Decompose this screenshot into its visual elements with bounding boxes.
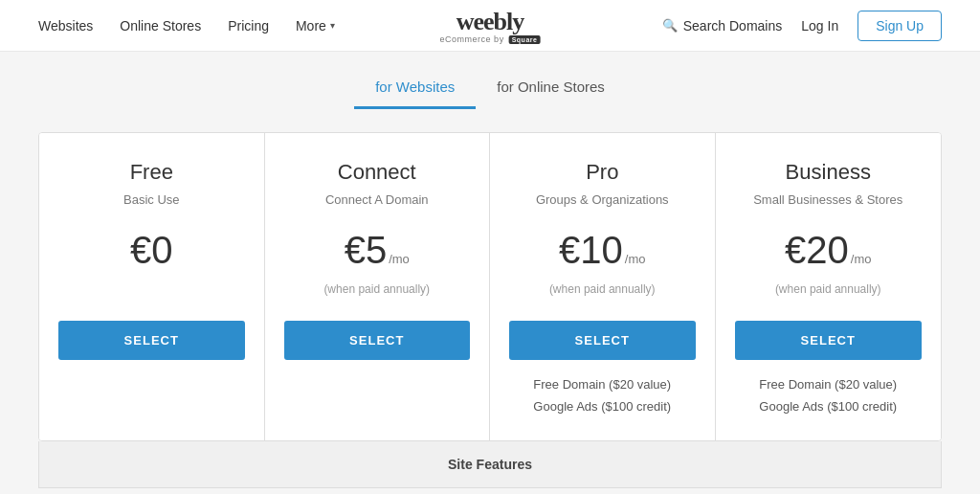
plan-business-price-block: €20 /mo [785,229,871,279]
plan-business-perks: Free Domain ($20 value) Google Ads ($100… [735,373,923,417]
plan-business-name: Business [786,160,871,185]
plan-business-select[interactable]: SELECT [735,321,923,360]
plan-free-price: €0 [130,229,173,272]
logo-subline: eCommerce by Square [440,34,541,44]
plan-pro-select[interactable]: SELECT [509,321,696,360]
plan-connect-billing: (when paid annually) [323,282,430,300]
pricing-section: Free Basic Use €0 SELECT Connect Connect… [0,109,980,488]
plan-connect-price: €5 [345,229,388,272]
plan-pro: Pro Groups & Organizations €10 /mo (when… [490,133,716,440]
square-logo: Square [509,35,541,44]
header: Websites Online Stores Pricing More ▾ we… [0,0,980,52]
plan-connect-select[interactable]: SELECT [284,321,471,360]
plan-business-price: €20 [785,229,849,272]
plan-business-perk-1: Google Ads ($100 credit) [735,395,923,417]
plan-pro-tagline: Groups & Organizations [536,192,669,212]
chevron-down-icon: ▾ [330,20,335,31]
plan-business-perk-0: Free Domain ($20 value) [735,373,923,395]
plan-free-select[interactable]: SELECT [58,321,245,360]
nav-pricing[interactable]: Pricing [228,18,269,34]
plan-pro-price: €10 [559,229,623,272]
logo[interactable]: weebly eCommerce by Square [440,8,541,44]
plan-free: Free Basic Use €0 SELECT [39,133,265,440]
plan-pro-billing: (when paid annually) [549,282,656,300]
plan-connect-name: Connect [338,160,416,185]
plan-pro-perk-1: Google Ads ($100 credit) [509,395,696,417]
main-nav: Websites Online Stores Pricing More ▾ [38,18,335,34]
site-features-label: Site Features [448,457,532,472]
header-right: 🔍 Search Domains Log In Sign Up [662,11,942,41]
nav-more[interactable]: More ▾ [296,18,335,34]
plan-connect: Connect Connect A Domain €5 /mo (when pa… [265,133,491,440]
plan-connect-tagline: Connect A Domain [325,192,429,212]
login-button[interactable]: Log In [801,18,838,34]
search-icon: 🔍 [662,18,678,33]
plan-business-tagline: Small Businesses & Stores [753,192,902,212]
nav-websites[interactable]: Websites [38,18,93,34]
nav-online-stores[interactable]: Online Stores [120,18,201,34]
plan-pro-price-block: €10 /mo [559,229,645,279]
plan-business-period: /mo [851,252,872,266]
plan-connect-period: /mo [389,252,410,266]
plan-business: Business Small Businesses & Stores €20 /… [716,133,942,440]
plan-pro-perks: Free Domain ($20 value) Google Ads ($100… [509,373,696,417]
plan-pro-perk-0: Free Domain ($20 value) [509,373,696,395]
tab-for-online-stores[interactable]: for Online Stores [476,69,626,109]
tab-for-websites[interactable]: for Websites [354,69,476,109]
plan-free-price-block: €0 [130,229,173,279]
plan-free-tagline: Basic Use [123,192,180,212]
plan-business-billing: (when paid annually) [775,282,881,300]
plan-pro-period: /mo [625,252,646,266]
signup-button[interactable]: Sign Up [858,11,942,41]
site-features-row: Site Features [38,441,942,488]
logo-wordmark: weebly [457,8,524,36]
plan-connect-price-block: €5 /mo [345,229,410,279]
search-domains-button[interactable]: 🔍 Search Domains [662,18,783,34]
plan-free-name: Free [130,160,173,185]
plan-pro-name: Pro [586,160,618,185]
pricing-tabs: for Websites for Online Stores [0,52,980,109]
pricing-grid: Free Basic Use €0 SELECT Connect Connect… [38,132,942,441]
